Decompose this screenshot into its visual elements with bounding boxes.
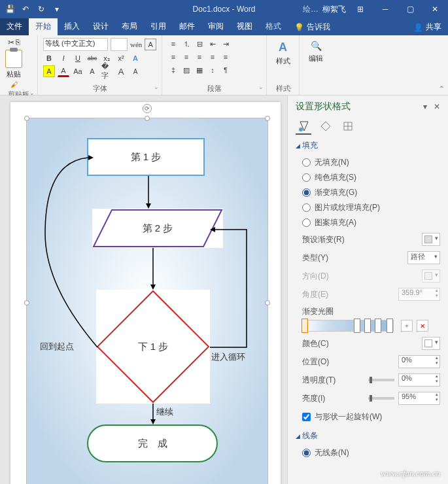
resize-handle[interactable] [24,300,29,305]
add-stop-icon[interactable]: ＋ [401,320,413,332]
text-effects-icon[interactable]: A [129,52,141,64]
editing-button-label[interactable]: 编辑 [309,54,323,63]
format-painter-icon[interactable]: 🖌 [10,80,18,88]
remove-stop-icon[interactable]: ✕ [417,320,428,332]
tab-review[interactable]: 审阅 [201,18,230,35]
strikethrough-button[interactable]: abc [86,52,98,64]
brightness-field[interactable]: 95% [398,392,440,405]
line-section-header[interactable]: 线条 [296,430,440,441]
cut-icon[interactable]: ✂ [8,38,14,47]
change-case-button[interactable]: Aa [72,65,84,77]
flowchart-step1[interactable]: 第 1 步 [87,138,205,176]
close-icon[interactable]: ✕ [424,5,445,14]
connector-loop[interactable] [207,226,253,352]
flowchart-decision[interactable]: 下 1 步 [96,290,210,404]
gradient-direction-picker[interactable] [422,269,440,283]
gradient-stops-bar[interactable] [302,320,394,332]
char-shading-icon[interactable]: A [86,65,98,77]
gradient-angle-field[interactable]: 359.9° [398,288,440,301]
tab-view[interactable]: 视图 [230,18,259,35]
flowchart-terminator[interactable]: 完 成 [87,424,218,462]
tab-layout[interactable]: 布局 [115,18,144,35]
gradient-stop[interactable] [354,319,360,333]
highlight-button[interactable]: A [43,65,55,77]
grow-font-icon[interactable]: wén [130,39,142,50]
rotate-handle-icon[interactable]: ⟳ [143,104,152,113]
flowchart-step2[interactable]: 第 2 步 [92,209,223,248]
decrease-indent-icon[interactable]: ⇤ [207,38,218,50]
tab-format[interactable]: 格式 [259,18,288,35]
fill-pattern-radio[interactable]: 图案填充(A) [296,215,440,230]
shrink-a-icon[interactable]: A [129,65,141,77]
multilevel-icon[interactable]: ⊟ [194,38,205,50]
enclose-char-icon[interactable]: �字 [101,65,112,77]
fill-none-radio[interactable]: 无填充(N) [296,155,440,170]
resize-handle[interactable] [24,116,29,121]
borders-icon[interactable]: ▦ [194,64,205,76]
char-border-icon[interactable]: A [145,39,156,50]
restore-icon[interactable]: ▢ [400,5,421,14]
undo-icon[interactable]: ↶ [21,5,30,14]
tab-mailings[interactable]: 邮件 [173,18,201,35]
sort-icon[interactable]: ↕ [207,64,218,76]
increase-indent-icon[interactable]: ⇥ [220,38,232,50]
fill-line-icon[interactable] [296,119,311,135]
pane-close-icon[interactable]: ✕ [434,102,440,111]
justify-icon[interactable]: ≡ [207,51,218,63]
tab-references[interactable]: 引用 [144,18,173,35]
font-color-button[interactable]: A [58,65,69,77]
stop-color-picker[interactable] [422,337,440,350]
connector-arrow[interactable] [149,248,157,292]
grow-a-icon[interactable]: A [115,65,127,77]
underline-button[interactable]: U [72,52,84,64]
gradient-stop[interactable] [387,319,393,333]
find-icon[interactable]: 🔍 [308,38,324,54]
fill-picture-radio[interactable]: 图片或纹理填充(P) [296,200,440,215]
styles-icon[interactable]: A [274,38,292,56]
qat-dropdown-icon[interactable]: ▾ [52,5,61,14]
size-props-icon[interactable] [340,119,356,135]
resize-handle[interactable] [265,116,270,121]
tab-file[interactable]: 文件 [0,18,29,35]
stop-position-field[interactable]: 0% [398,355,440,368]
ribbon-options-icon[interactable]: ⊞ [350,5,371,14]
copy-icon[interactable]: ⎘ [16,38,20,47]
show-marks-icon[interactable]: ¶ [220,64,232,76]
collapse-ribbon-icon[interactable]: ⌃ [439,85,444,92]
line-spacing-icon[interactable]: ‡ [167,64,179,76]
fill-solid-radio[interactable]: 纯色填充(S) [296,170,440,185]
rotate-with-shape-check[interactable]: 与形状一起旋转(W) [296,407,440,425]
brightness-slider[interactable] [368,397,394,400]
numbering-icon[interactable]: ⒈ [181,38,192,50]
align-left-icon[interactable]: ≡ [167,51,179,63]
align-right-icon[interactable]: ≡ [194,51,205,63]
bold-button[interactable]: B [43,52,55,64]
fill-section-header[interactable]: 填充 [296,140,440,151]
effects-icon[interactable] [318,119,334,135]
preset-gradient-picker[interactable] [422,233,440,246]
transparency-field[interactable]: 0% [398,373,440,387]
resize-handle[interactable] [145,116,150,121]
shading-icon[interactable]: ▨ [181,64,192,76]
distributed-icon[interactable]: ≡ [220,51,232,63]
align-center-icon[interactable]: ≡ [181,51,192,63]
minimize-icon[interactable]: ─ [375,5,396,14]
gradient-stop[interactable] [375,319,381,333]
connector-arrow[interactable] [145,176,152,211]
italic-button[interactable]: I [58,52,69,64]
gradient-type-combo[interactable]: 路径 [407,251,440,264]
tab-design[interactable]: 设计 [86,18,115,35]
tell-me[interactable]: 💡 告诉我 [290,22,334,35]
fill-gradient-radio[interactable]: 渐变填充(G) [296,185,440,200]
pane-menu-icon[interactable]: ▾ [423,102,427,111]
canvas-selection[interactable]: ⟳ 第 1 步 第 2 步 下 1 步 [26,118,268,484]
styles-button-label[interactable]: 样式 [276,56,290,66]
connector-curve-back[interactable] [39,155,104,353]
redo-icon[interactable]: ↻ [37,5,46,14]
font-name-combo[interactable]: 等线 (中文正文) [43,38,108,51]
font-size-combo[interactable] [111,38,128,51]
tab-home[interactable]: 开始 [29,18,58,35]
paste-button[interactable]: ✂ ⎘ 粘贴 🖌 [5,38,22,88]
save-icon[interactable]: 💾 [5,5,14,14]
superscript-button[interactable]: x² [115,52,127,64]
